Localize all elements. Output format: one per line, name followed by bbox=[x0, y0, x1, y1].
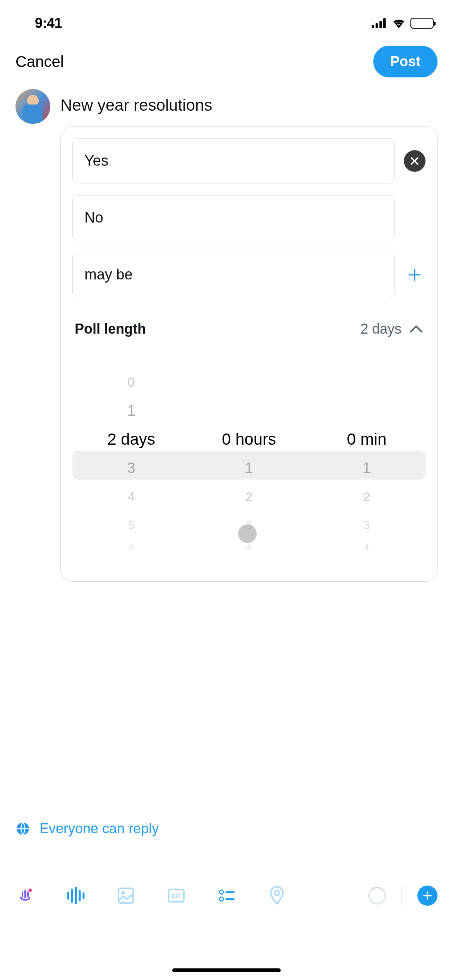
svg-point-14 bbox=[122, 891, 125, 894]
toolbar-separator bbox=[402, 885, 402, 906]
poll-option-row: may be bbox=[72, 252, 426, 297]
cellular-signal-icon bbox=[372, 18, 387, 28]
svg-rect-2 bbox=[379, 21, 382, 28]
poll-option-input-2[interactable]: No bbox=[72, 195, 395, 240]
post-button[interactable]: Post bbox=[373, 46, 438, 77]
poll-length-toggle[interactable]: Poll length 2 days bbox=[61, 309, 437, 349]
svg-point-17 bbox=[220, 890, 223, 894]
poll-button[interactable] bbox=[217, 886, 236, 905]
close-icon bbox=[410, 156, 419, 166]
globe-icon bbox=[15, 821, 30, 836]
gif-icon: GIF bbox=[167, 886, 185, 905]
wifi-icon bbox=[392, 18, 406, 28]
spaces-icon bbox=[15, 886, 35, 905]
plus-icon bbox=[407, 267, 422, 283]
poll-option-input-3[interactable]: may be bbox=[72, 252, 395, 297]
svg-point-18 bbox=[220, 897, 223, 901]
compose-area: New year resolutions Yes No may be bbox=[0, 89, 453, 582]
svg-rect-0 bbox=[372, 25, 374, 28]
svg-point-21 bbox=[275, 891, 279, 895]
toolbar-divider bbox=[0, 856, 453, 856]
poll-length-label: Poll length bbox=[75, 321, 146, 337]
location-icon bbox=[269, 886, 285, 905]
chevron-up-icon bbox=[409, 325, 423, 333]
reply-settings-button[interactable]: Everyone can reply bbox=[15, 821, 159, 837]
remove-poll-button[interactable] bbox=[404, 150, 426, 172]
status-icons bbox=[372, 18, 434, 29]
picker-minutes-column[interactable]: 0 min 1 2 3 4 bbox=[308, 368, 426, 555]
poll-card: Yes No may be Poll length bbox=[60, 126, 438, 582]
reply-settings-text: Everyone can reply bbox=[39, 821, 159, 837]
poll-icon bbox=[218, 887, 235, 905]
compose-header: Cancel Post bbox=[0, 39, 453, 89]
cancel-button[interactable]: Cancel bbox=[15, 53, 64, 70]
poll-option-row: No bbox=[72, 195, 426, 240]
home-indicator bbox=[172, 968, 281, 972]
poll-options: Yes No may be bbox=[61, 127, 437, 309]
poll-length-picker: 0 1 2 days 3 4 5 6 0 hours 1 2 bbox=[61, 349, 437, 581]
character-count-progress bbox=[368, 887, 386, 905]
picker-hours-column[interactable]: 0 hours 1 2 3 4 bbox=[190, 368, 308, 555]
svg-text:GIF: GIF bbox=[172, 893, 181, 899]
picker-days-column[interactable]: 0 1 2 days 3 4 5 6 bbox=[72, 368, 190, 555]
status-bar: 9:41 bbox=[0, 0, 453, 39]
poll-option-row: Yes bbox=[72, 138, 426, 183]
add-thread-button[interactable] bbox=[417, 886, 438, 906]
gif-button[interactable]: GIF bbox=[166, 886, 186, 905]
compose-toolbar: GIF bbox=[0, 885, 453, 906]
audio-wave-icon bbox=[66, 887, 85, 904]
image-button[interactable] bbox=[116, 886, 136, 905]
svg-rect-3 bbox=[383, 18, 386, 28]
avatar[interactable] bbox=[15, 89, 50, 124]
add-poll-option-button[interactable] bbox=[404, 264, 426, 286]
touch-indicator bbox=[238, 524, 257, 543]
post-text-input[interactable]: New year resolutions bbox=[60, 89, 438, 126]
plus-icon bbox=[422, 891, 432, 901]
location-button[interactable] bbox=[267, 886, 287, 905]
spaces-button[interactable] bbox=[15, 886, 35, 905]
poll-option-input-1[interactable]: Yes bbox=[72, 138, 395, 183]
status-time: 9:41 bbox=[35, 15, 62, 31]
audio-button[interactable] bbox=[66, 886, 85, 905]
image-icon bbox=[117, 887, 135, 905]
battery-icon bbox=[410, 18, 434, 29]
poll-length-value: 2 days bbox=[360, 321, 423, 337]
svg-rect-1 bbox=[376, 23, 378, 28]
